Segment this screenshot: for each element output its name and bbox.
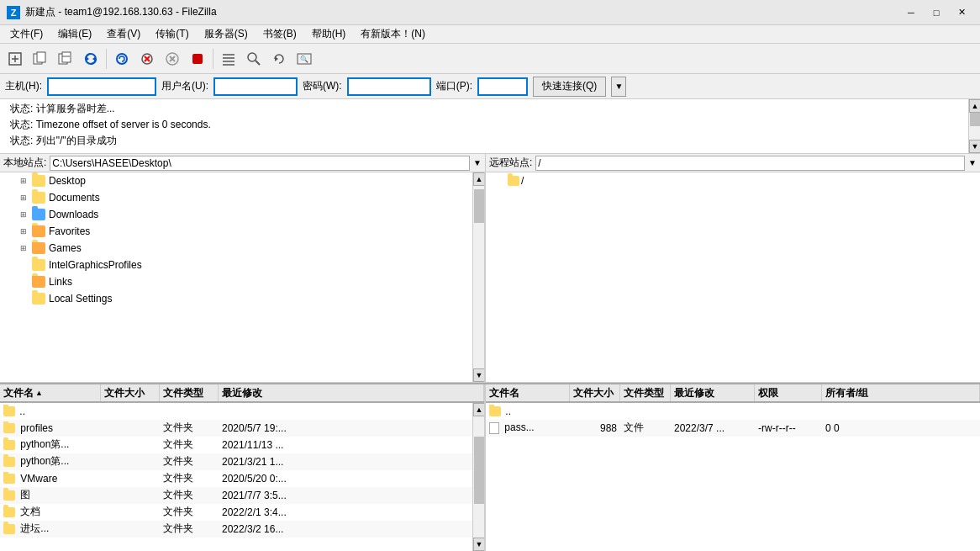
port-label: 端口(P):	[436, 79, 472, 93]
svg-rect-17	[192, 54, 203, 64]
pass-label: 密码(W):	[303, 79, 342, 93]
left-file-scroll-down[interactable]: ▼	[473, 538, 484, 551]
left-header-size[interactable]: 文件大小	[101, 384, 160, 401]
remote-path-dropdown[interactable]: ▼	[968, 158, 977, 167]
toolbar-search[interactable]	[242, 47, 266, 71]
right-cell-size-pass: 988	[570, 421, 620, 435]
title-bar-controls: ─ □ ✕	[899, 4, 973, 21]
user-input[interactable]	[213, 77, 298, 96]
left-row-dotdot[interactable]: ..	[0, 403, 484, 420]
left-row-wendang[interactable]: 文档 文件夹 2022/2/1 3:4...	[0, 504, 484, 521]
toolbar-new-site[interactable]	[3, 47, 27, 71]
menu-file[interactable]: 文件(F)	[3, 25, 50, 43]
toolbar-reconnect[interactable]	[110, 47, 134, 71]
toolbar-stop[interactable]	[186, 47, 209, 71]
right-row-pass[interactable]: pass... 988 文件 2022/3/7 ... -rw-r--r-- 0…	[486, 420, 980, 437]
tree-item-intel[interactable]: ⊞ IntelGraphicsProfiles	[0, 257, 484, 273]
toolbar-refresh[interactable]	[267, 47, 291, 71]
left-tree-scrollbar[interactable]: ▲ ▼	[472, 172, 484, 382]
left-file-scroll-up[interactable]: ▲	[473, 403, 484, 416]
toolbar-btn2[interactable]	[29, 47, 52, 71]
quick-connect-button[interactable]: 快速连接(Q)	[533, 77, 606, 97]
remote-tree-item-root[interactable]: ⊞ /	[486, 172, 980, 189]
menu-edit[interactable]: 编辑(E)	[51, 25, 98, 43]
right-header-date[interactable]: 最近修改	[671, 384, 755, 401]
right-header-type[interactable]: 文件类型	[620, 384, 671, 401]
minimize-button[interactable]: ─	[899, 4, 923, 21]
bottom-file-area: 文件名 ▲ 文件大小 文件类型 最近修改	[0, 383, 980, 551]
toolbar-disconnect[interactable]	[135, 47, 159, 71]
right-header-size[interactable]: 文件大小	[570, 384, 620, 401]
tree-item-localsettings[interactable]: ⊞ Local Settings	[0, 290, 484, 307]
left-cell-date-wendang: 2022/2/1 3:4...	[219, 506, 484, 519]
log-scroll-down[interactable]: ▼	[969, 140, 980, 153]
right-header-name[interactable]: 文件名	[486, 384, 570, 401]
right-header-owner[interactable]: 所有者/组	[822, 384, 980, 401]
left-file-scrollbar[interactable]: ▲ ▼	[472, 403, 484, 551]
left-cell-type-profiles: 文件夹	[160, 420, 219, 436]
toolbar-cancel[interactable]	[161, 47, 184, 71]
svg-marker-9	[92, 56, 96, 61]
menu-help[interactable]: 帮助(H)	[305, 25, 353, 43]
left-row-python1[interactable]: python第... 文件夹 2021/11/13 ...	[0, 437, 484, 453]
right-row-dotdot[interactable]: ..	[486, 403, 980, 420]
left-row-python2[interactable]: python第... 文件夹 2021/3/21 1...	[0, 453, 484, 470]
left-row-vmware[interactable]: VMware 文件夹 2020/5/20 0:...	[0, 470, 484, 487]
log-scrollbar[interactable]: ▲ ▼	[968, 99, 980, 153]
pass-input[interactable]	[347, 77, 431, 96]
expand-icon: ⊞	[17, 241, 30, 255]
log-line-3: 状态: 列出"/"的目录成功	[5, 133, 975, 149]
sort-arrow-name: ▲	[35, 389, 43, 397]
left-cell-size-profiles	[101, 427, 160, 429]
remote-path-label: 远程站点:	[489, 156, 532, 170]
menu-update[interactable]: 有新版本！(N)	[354, 25, 432, 43]
tree-item-links[interactable]: ⊞ Links	[0, 273, 484, 290]
toolbar-queue-visible[interactable]	[217, 47, 240, 71]
right-header-perm[interactable]: 权限	[755, 384, 822, 401]
top-file-area: ⊞ Desktop ⊞ Documents ⊞ Downloads	[0, 172, 980, 383]
tree-item-games[interactable]: ⊞ Games	[0, 240, 484, 257]
maximize-button[interactable]: □	[925, 4, 948, 21]
tree-label-favorites: Favorites	[49, 225, 90, 237]
host-input[interactable]	[47, 77, 156, 96]
left-header-date[interactable]: 最近修改	[219, 384, 484, 401]
right-cell-owner-pass: 0 0	[822, 421, 980, 435]
menu-bookmark[interactable]: 书签(B)	[256, 25, 303, 43]
left-cell-date-python2: 2021/3/21 1...	[219, 455, 484, 469]
tree-item-favorites[interactable]: ⊞ Favorites	[0, 223, 484, 240]
menu-view[interactable]: 查看(V)	[100, 25, 147, 43]
left-tree-scroll-up[interactable]: ▲	[473, 172, 484, 186]
port-input[interactable]	[477, 77, 528, 96]
toolbar-btn3[interactable]	[54, 47, 77, 71]
toolbar-sync[interactable]	[79, 47, 103, 71]
left-file-scroll-thumb	[474, 437, 484, 504]
tree-item-desktop[interactable]: ⊞ Desktop	[0, 172, 484, 189]
remote-tree-label-root: /	[521, 175, 524, 187]
folder-icon-profiles	[3, 423, 15, 433]
left-header-name[interactable]: 文件名 ▲	[0, 384, 101, 401]
left-cell-date-jintan: 2022/3/2 16...	[219, 522, 484, 536]
left-row-tu[interactable]: 图 文件夹 2021/7/7 3:5...	[0, 487, 484, 504]
quick-connect-dropdown[interactable]: ▼	[611, 77, 626, 97]
menu-transfer[interactable]: 传输(T)	[149, 25, 195, 43]
user-label: 用户名(U):	[161, 79, 208, 93]
close-button[interactable]: ✕	[950, 4, 973, 21]
remote-path-input[interactable]	[535, 156, 965, 171]
left-row-profiles[interactable]: profiles 文件夹 2020/5/7 19:...	[0, 420, 484, 437]
tree-label-desktop: Desktop	[49, 175, 86, 187]
log-scroll-up[interactable]: ▲	[969, 99, 980, 113]
local-path-input[interactable]	[50, 156, 470, 171]
left-tree-scroll-down[interactable]: ▼	[473, 368, 484, 382]
left-row-jintan[interactable]: 进坛... 文件夹 2022/3/2 16...	[0, 521, 484, 538]
menu-server[interactable]: 服务器(S)	[198, 25, 255, 43]
tree-item-documents[interactable]: ⊞ Documents	[0, 189, 484, 206]
right-cell-date-pass: 2022/3/7 ...	[671, 421, 755, 435]
folder-icon-documents	[32, 192, 45, 204]
title-bar: Z 新建点 - team1@192.168.130.63 - FileZilla…	[0, 0, 980, 25]
toolbar-find[interactable]: 🔍	[292, 47, 316, 71]
expand-icon: ⊞	[17, 191, 30, 204]
tree-item-downloads[interactable]: ⊞ Downloads	[0, 206, 484, 223]
left-header-type[interactable]: 文件类型	[160, 384, 219, 401]
local-path-dropdown[interactable]: ▼	[473, 158, 482, 167]
left-cell-type-python1: 文件夹	[160, 437, 219, 453]
